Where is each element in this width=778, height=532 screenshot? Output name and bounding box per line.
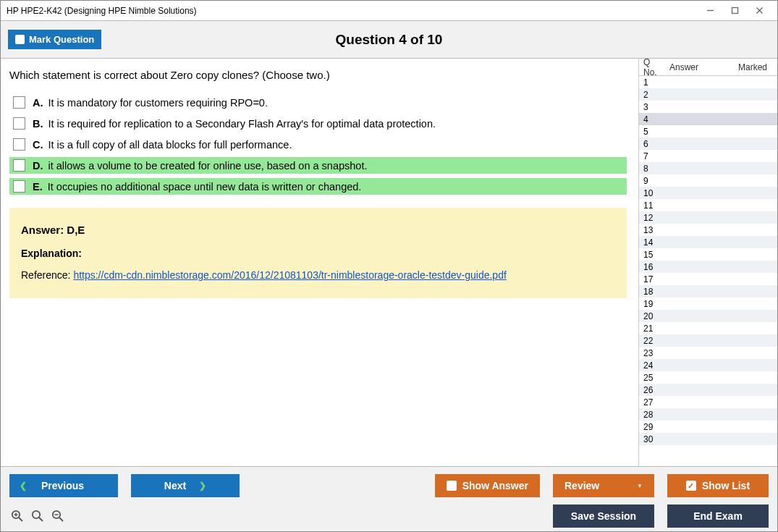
question-counter: Question 4 of 10 <box>1 32 777 48</box>
col-marked: Marked <box>709 62 777 72</box>
question-panel: Which statement is correct about Zero co… <box>1 59 638 466</box>
review-label: Review <box>565 480 599 491</box>
show-answer-label: Show Answer <box>462 480 528 491</box>
question-list-header: Q No. Answer Marked <box>639 59 777 76</box>
question-row-16[interactable]: 16 <box>639 261 777 273</box>
question-row-18[interactable]: 18 <box>639 285 777 297</box>
svg-line-5 <box>19 518 22 521</box>
save-session-button[interactable]: Save Session <box>553 504 654 528</box>
option-C[interactable]: C. It is a full copy of all data blocks … <box>9 136 627 153</box>
svg-rect-1 <box>732 8 737 14</box>
question-row-13[interactable]: 13 <box>639 224 777 236</box>
question-row-27[interactable]: 27 <box>639 396 777 408</box>
explanation-label: Explanation: <box>21 248 615 259</box>
chevron-right-icon: ❯ <box>199 481 206 491</box>
question-row-9[interactable]: 9 <box>639 174 777 187</box>
review-dropdown[interactable]: Review ▼ <box>553 474 654 497</box>
header-bar: Mark Question Question 4 of 10 <box>1 21 777 59</box>
question-list-panel: Q No. Answer Marked 12345678910111213141… <box>638 59 777 466</box>
body: Which statement is correct about Zero co… <box>1 59 777 466</box>
option-text: A. It is mandatory for customers requiri… <box>33 97 268 109</box>
question-row-1[interactable]: 1 <box>639 76 777 88</box>
footer: ❮ Previous Next ❯ Show Answer Review ▼ ✓… <box>1 466 777 531</box>
checkbox-icon <box>447 481 457 491</box>
question-row-21[interactable]: 21 <box>639 322 777 334</box>
option-B[interactable]: B. It is required for replication to a S… <box>9 115 627 132</box>
question-text: Which statement is correct about Zero co… <box>9 69 627 81</box>
question-list[interactable]: 1234567891011121314151617181920212223242… <box>639 76 777 466</box>
show-answer-button[interactable]: Show Answer <box>435 474 540 497</box>
question-row-19[interactable]: 19 <box>639 297 777 310</box>
question-row-14[interactable]: 14 <box>639 236 777 248</box>
maximize-button[interactable] <box>722 3 747 19</box>
close-button[interactable] <box>747 3 771 19</box>
question-row-7[interactable]: 7 <box>639 150 777 162</box>
titlebar: HP HPE2-K42 (Designing HPE Nimble Soluti… <box>1 1 777 21</box>
question-row-22[interactable]: 22 <box>639 334 777 347</box>
next-button[interactable]: Next ❯ <box>131 474 240 497</box>
end-exam-button[interactable]: End Exam <box>667 504 769 528</box>
answer-box: Answer: D,E Explanation: Reference: http… <box>9 208 627 298</box>
question-row-3[interactable]: 3 <box>639 101 777 113</box>
chevron-left-icon: ❮ <box>20 481 27 491</box>
chevron-down-icon: ▼ <box>637 483 643 489</box>
question-row-4[interactable]: 4 <box>639 113 777 125</box>
zoom-reset-button[interactable] <box>30 508 46 524</box>
question-row-8[interactable]: 8 <box>639 162 777 174</box>
question-row-23[interactable]: 23 <box>639 347 777 359</box>
option-text: E. It occupies no additional space until… <box>33 181 361 193</box>
save-session-label: Save Session <box>571 510 636 522</box>
option-A[interactable]: A. It is mandatory for customers requiri… <box>9 94 627 111</box>
previous-label: Previous <box>41 480 84 491</box>
option-checkbox[interactable] <box>13 117 25 130</box>
svg-line-9 <box>39 518 43 521</box>
question-row-10[interactable]: 10 <box>639 187 777 199</box>
option-text: B. It is required for replication to a S… <box>33 118 436 130</box>
show-list-label: Show List <box>702 480 750 491</box>
question-row-25[interactable]: 25 <box>639 371 777 384</box>
question-row-20[interactable]: 20 <box>639 310 777 322</box>
option-E[interactable]: E. It occupies no additional space until… <box>9 178 627 195</box>
reference-prefix: Reference: <box>21 269 73 281</box>
svg-line-11 <box>59 518 63 521</box>
option-checkbox[interactable] <box>13 159 25 172</box>
show-list-button[interactable]: ✓ Show List <box>667 474 769 497</box>
option-text: C. It is a full copy of all data blocks … <box>33 139 292 151</box>
question-row-29[interactable]: 29 <box>639 421 777 433</box>
zoom-out-button[interactable] <box>50 508 66 524</box>
option-text: D. it allows a volume to be created for … <box>33 160 367 172</box>
col-answer: Answer <box>665 62 709 72</box>
mark-question-label: Mark Question <box>29 34 94 45</box>
previous-button[interactable]: ❮ Previous <box>9 474 118 497</box>
question-row-30[interactable]: 30 <box>639 433 777 445</box>
option-D[interactable]: D. it allows a volume to be created for … <box>9 157 627 174</box>
checkbox-icon <box>15 35 25 44</box>
question-row-15[interactable]: 15 <box>639 248 777 261</box>
option-checkbox[interactable] <box>13 180 25 193</box>
option-checkbox[interactable] <box>13 96 25 109</box>
question-row-6[interactable]: 6 <box>639 138 777 150</box>
reference-line: Reference: https://cdm-cdn.nimblestorage… <box>21 269 615 281</box>
question-row-5[interactable]: 5 <box>639 125 777 138</box>
svg-point-8 <box>33 511 40 518</box>
checkmark-icon: ✓ <box>686 481 696 491</box>
zoom-in-button[interactable] <box>9 508 25 524</box>
end-exam-label: End Exam <box>693 510 743 522</box>
next-label: Next <box>164 480 186 491</box>
reference-link[interactable]: https://cdm-cdn.nimblestorage.com/2016/1… <box>73 269 506 281</box>
question-row-17[interactable]: 17 <box>639 273 777 285</box>
mark-question-button[interactable]: Mark Question <box>8 30 101 49</box>
option-checkbox[interactable] <box>13 138 25 151</box>
question-row-26[interactable]: 26 <box>639 384 777 396</box>
minimize-button[interactable] <box>698 3 722 19</box>
window-title: HP HPE2-K42 (Designing HPE Nimble Soluti… <box>7 6 698 16</box>
question-row-11[interactable]: 11 <box>639 199 777 211</box>
question-row-24[interactable]: 24 <box>639 359 777 371</box>
question-row-28[interactable]: 28 <box>639 408 777 421</box>
answer-line: Answer: D,E <box>21 224 615 236</box>
question-row-2[interactable]: 2 <box>639 88 777 101</box>
col-qno: Q No. <box>639 57 665 77</box>
question-row-12[interactable]: 12 <box>639 211 777 224</box>
